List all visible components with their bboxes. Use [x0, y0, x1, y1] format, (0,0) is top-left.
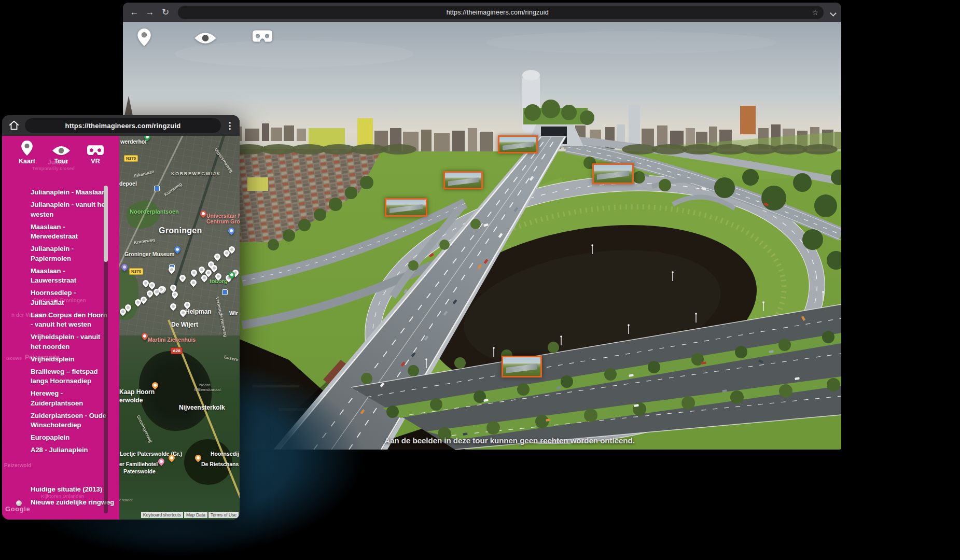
- location-list-item[interactable]: Brailleweg – fietspad langs Hoornsediep: [31, 367, 109, 386]
- map-label: De Wijert: [171, 321, 198, 328]
- map-label: De Rietschans: [201, 461, 239, 467]
- eye-icon: [52, 141, 70, 156]
- address-bar-mini[interactable]: https://theimagineers.com/ringzuid: [25, 118, 221, 133]
- tab-label: Tour: [54, 158, 68, 165]
- desktop: ← → ↻ https://theimagineers.com/ringzuid…: [0, 0, 960, 560]
- scrollbar-thumb[interactable]: [104, 186, 108, 262]
- ghost-map-label: Temporarily closed: [32, 166, 75, 171]
- map-label: KORREWEGWIJK: [171, 171, 221, 176]
- location-list-item[interactable]: A28 - Julianaplein: [31, 445, 109, 455]
- back-icon[interactable]: ←: [128, 6, 141, 19]
- vr-goggles-icon[interactable]: [253, 30, 272, 43]
- ghost-map-label: Peizerwold: [4, 463, 31, 468]
- url-text-main[interactable]: https://theimagineers.com/ringzuid: [183, 9, 812, 16]
- location-list-item[interactable]: Vrijheidsplein: [31, 355, 109, 365]
- map-pin-icon: [21, 141, 33, 156]
- location-list-item[interactable]: Julianaplein - Papiermolen: [31, 244, 109, 263]
- map-label: ensloot: [119, 498, 133, 502]
- location-list-item[interactable]: Vrijheidsplein - vanuit het noorden: [31, 332, 109, 352]
- google-map[interactable]: Keyboard shortcutsMap DataTerms of Use w…: [119, 136, 240, 520]
- map-label: Noorderplantsoen: [130, 208, 179, 215]
- map-label: Helpman: [185, 308, 212, 315]
- url-text-mini[interactable]: https://theimagineers.com/ringzuid: [65, 122, 181, 130]
- hotspot-thumbnail[interactable]: [498, 135, 538, 153]
- ghost-map-label: Gouwe: [6, 356, 22, 361]
- map-label: Centrum Gro: [206, 218, 240, 225]
- browser-toolbar-mini: https://theimagineers.com/ringzuid ⋮: [2, 115, 240, 136]
- location-list: Julianaplein - MaaslaanJulianaplein - va…: [31, 188, 109, 458]
- location-list-item[interactable]: Laan Corpus den Hoorn - vanuit het weste…: [31, 311, 109, 330]
- transit-icon[interactable]: [154, 186, 160, 191]
- map-label: erwolde: [119, 397, 143, 404]
- scenario-item[interactable]: Nieuwe zuidelijke ringweg: [31, 498, 114, 506]
- mini-window-content: Keyboard shortcutsMap DataTerms of Use w…: [2, 136, 240, 520]
- scenario-item[interactable]: Huidige situatie (2013): [31, 485, 102, 493]
- bookmark-star-icon[interactable]: ☆: [812, 8, 818, 17]
- home-icon[interactable]: [7, 119, 21, 132]
- map-label: Paterswolde: [123, 468, 156, 474]
- map-attribution-link[interactable]: Terms of Use: [208, 512, 239, 518]
- road-badge: A28: [171, 347, 183, 354]
- map-attribution-link[interactable]: Keyboard shortcuts: [141, 512, 183, 518]
- tab-label: Kaart: [19, 158, 35, 165]
- sidebar-scrollbar[interactable]: [104, 186, 108, 513]
- hotspot-thumbnail[interactable]: [592, 163, 634, 184]
- map-label: Wir: [229, 310, 238, 316]
- browser-window-mini: https://theimagineers.com/ringzuid ⋮ Key…: [2, 115, 240, 520]
- tab-kaart[interactable]: Kaart: [16, 141, 38, 165]
- map-label: Martini Ziekenhuis: [148, 337, 196, 343]
- tab-vr[interactable]: VR: [84, 141, 107, 165]
- location-list-item[interactable]: Hoornsediep - Julianaflat: [31, 288, 109, 307]
- map-label: werderhof: [120, 138, 147, 145]
- map-label: Kaap Hoorn: [119, 388, 155, 396]
- map-label: Groninger Museum: [124, 251, 174, 257]
- map-label: Hoornsedij: [211, 451, 239, 457]
- vr-goggles-icon: [87, 141, 104, 156]
- map-pin-icon[interactable]: [137, 29, 151, 46]
- map-label: er Familiehotel: [119, 461, 158, 467]
- road-badge: N370: [124, 155, 138, 162]
- transit-icon[interactable]: [222, 289, 228, 295]
- tour-sidebar: JumboTemporarily closedStadspark Groning…: [2, 136, 119, 520]
- map-label: depoel: [119, 180, 137, 187]
- road-badge: N370: [129, 268, 143, 275]
- address-bar-main[interactable]: https://theimagineers.com/ringzuid ☆: [178, 6, 824, 19]
- location-list-item[interactable]: Julianaplein - Maaslaan: [31, 188, 109, 198]
- location-list-item[interactable]: Maaslaan - Lauwersstraat: [31, 267, 109, 286]
- tab-tour[interactable]: Tour: [50, 141, 73, 165]
- menu-kebab-icon[interactable]: ⋮: [225, 120, 234, 131]
- map-label: Noord: [199, 383, 211, 387]
- map-attribution: Keyboard shortcutsMap DataTerms of Use: [141, 512, 239, 518]
- hotspot-thumbnail[interactable]: [385, 198, 427, 217]
- map-label: Groningen: [159, 226, 202, 235]
- reload-icon[interactable]: ↻: [159, 6, 172, 19]
- browser-toolbar-main: ← → ↻ https://theimagineers.com/ringzuid…: [123, 3, 841, 22]
- location-list-item[interactable]: Maaslaan - Merwedestraat: [31, 222, 109, 242]
- forward-icon[interactable]: →: [144, 6, 156, 19]
- hotspot-thumbnail[interactable]: [443, 171, 483, 189]
- location-list-item[interactable]: Zuiderplantsoen - Oude Winschoterdiep: [31, 411, 109, 430]
- map-label: Nijveensterkolk: [179, 404, 225, 411]
- location-list-item[interactable]: Europaplein: [31, 433, 109, 443]
- map-attribution-link[interactable]: Map Data: [184, 512, 207, 518]
- chevron-down-icon[interactable]: [830, 9, 836, 16]
- sidebar-tabs: KaartTourVR: [16, 141, 107, 165]
- location-list-item[interactable]: Hereweg - Zuiderplantsoen: [31, 389, 109, 408]
- map-label: Willemskanaal: [194, 387, 221, 392]
- location-list-item[interactable]: Julianaplein - vanuit het westen: [31, 200, 109, 219]
- eye-icon[interactable]: [194, 32, 216, 44]
- tab-label: VR: [91, 158, 100, 165]
- google-watermark: Google: [5, 505, 30, 513]
- hotspot-thumbnail[interactable]: [502, 356, 542, 377]
